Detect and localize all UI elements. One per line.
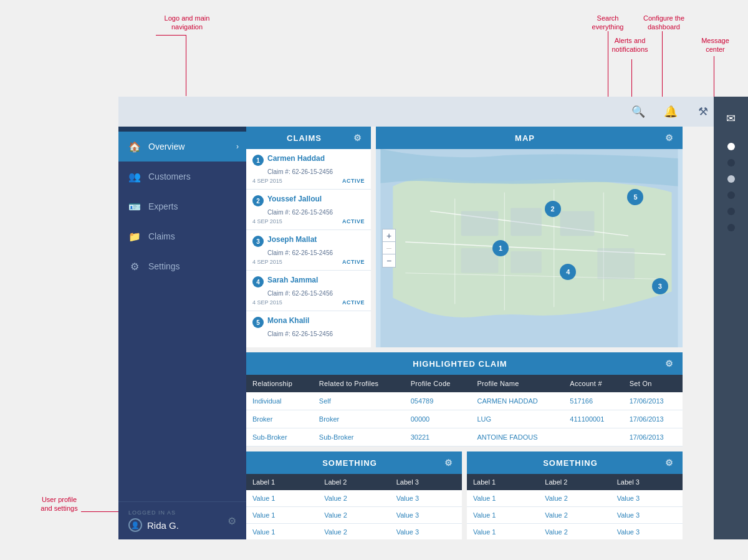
annotation-messages: Message center xyxy=(692,36,739,54)
dot-indicator-5 xyxy=(727,208,735,215)
sidebar-item-label: Experts xyxy=(148,201,178,211)
sr-val-1: Value 1 xyxy=(467,524,539,540)
list-item[interactable]: Value 1 Value 2 Value 3 xyxy=(246,490,462,507)
sidebar-item-experts[interactable]: 🪪 Experts xyxy=(118,191,246,221)
user-section: LOGGED IN AS 👤 Rida G. xyxy=(128,509,179,532)
something-left-gear-icon[interactable]: ⚙ xyxy=(444,458,453,468)
svg-rect-8 xyxy=(461,211,499,236)
claim-id-5: Claim #: 62-26-15-2456 xyxy=(267,331,365,337)
claims-icon: 📁 xyxy=(128,230,141,243)
cell-relationship: Sub-Broker xyxy=(246,428,313,447)
cell-seton: 17/06/2013 xyxy=(623,410,683,428)
map-widget-header: MAP ⚙ xyxy=(376,127,683,149)
map-area: 1 2 3 4 5 + — − xyxy=(376,149,683,347)
annotation-user-profile: User profile and settings xyxy=(31,495,87,513)
home-icon: 🏠 xyxy=(128,140,141,153)
claim-date-2: 4 SEP 2015 xyxy=(252,218,282,224)
list-item[interactable]: Value 1 Value 2 Value 3 xyxy=(467,507,683,524)
claim-name-4: Sarah Jammal xyxy=(267,276,318,284)
something-left-header: SOMETHING ⚙ xyxy=(246,451,462,474)
map-widget: MAP ⚙ xyxy=(376,127,683,347)
claims-list: 1 Carmen Haddad Claim #: 62-26-15-2456 4… xyxy=(246,149,371,342)
envelope-icon[interactable]: ✉ xyxy=(721,107,741,130)
table-row[interactable]: Individual Self 054789 CARMEN HADDAD 517… xyxy=(246,392,683,410)
claim-name-1: Carmen Haddad xyxy=(267,154,325,163)
list-item[interactable]: Value 1 Value 2 Value 3 xyxy=(246,507,462,524)
sl-val-2: Value 2 xyxy=(318,507,390,524)
annotation-alerts: Alerts and notifications xyxy=(600,36,659,54)
sr-val-2: Value 2 xyxy=(539,524,610,540)
svg-rect-12 xyxy=(511,251,542,273)
map-marker-2[interactable]: 2 xyxy=(545,201,561,217)
nav-arrow: › xyxy=(236,142,239,151)
claim-status-4: ACTIVE xyxy=(342,299,365,306)
avatar: 👤 xyxy=(128,518,142,532)
sidebar-item-claims[interactable]: 📁 Claims xyxy=(118,221,246,251)
table-row[interactable]: Broker Broker 00000 LUG 411100001 17/06/… xyxy=(246,410,683,428)
claim-item-5[interactable]: 5 Mona Khalil Claim #: 62-26-15-2456 xyxy=(246,311,371,342)
sr-col-2: Label 2 xyxy=(539,474,610,490)
sl-val-2: Value 2 xyxy=(318,490,390,507)
claim-item-1[interactable]: 1 Carmen Haddad Claim #: 62-26-15-2456 4… xyxy=(246,149,371,190)
sr-val-1: Value 1 xyxy=(467,507,539,524)
claim-item-3[interactable]: 3 Joseph Mallat Claim #: 62-26-15-2456 4… xyxy=(246,230,371,271)
claim-id-3: Claim #: 62-26-15-2456 xyxy=(267,249,365,256)
map-marker-5[interactable]: 5 xyxy=(627,189,643,205)
something-left-header-row: Label 1 Label 2 Label 3 xyxy=(246,474,462,490)
tools-icon[interactable]: ⚒ xyxy=(693,102,713,122)
cell-related: Self xyxy=(313,392,405,410)
claim-item-2[interactable]: 2 Youssef Jalloul Claim #: 62-26-15-2456… xyxy=(246,190,371,230)
annotation-logo-nav: Logo and main navigation xyxy=(153,14,221,32)
sl-val-1: Value 1 xyxy=(246,507,318,524)
something-right-table: Label 1 Label 2 Label 3 Value 1 Value 2 … xyxy=(467,474,683,539)
list-item[interactable]: Value 1 Value 2 Value 3 xyxy=(467,490,683,507)
col-related: Related to Profiles xyxy=(313,375,405,392)
sl-val-3: Value 3 xyxy=(390,490,462,507)
claim-number-2: 2 xyxy=(252,195,264,206)
cell-seton: 17/06/2013 xyxy=(623,392,683,410)
highlighted-claim-gear-icon[interactable]: ⚙ xyxy=(665,359,674,369)
claims-gear-icon[interactable]: ⚙ xyxy=(353,133,362,143)
claim-date-3: 4 SEP 2015 xyxy=(252,259,282,265)
top-row: CLAIMS ⚙ 1 Carmen Haddad Claim #: 62-26-… xyxy=(246,127,683,347)
sidebar-item-settings[interactable]: ⚙ Settings xyxy=(118,251,246,281)
sidebar-item-label: Claims xyxy=(148,231,175,241)
cell-code: 054789 xyxy=(405,392,471,410)
sidebar-item-customers[interactable]: 👥 Customers xyxy=(118,162,246,191)
sr-val-2: Value 2 xyxy=(539,507,610,524)
bell-icon[interactable]: 🔔 xyxy=(661,102,681,122)
claim-item-4[interactable]: 4 Sarah Jammal Claim #: 62-26-15-2456 4 … xyxy=(246,271,371,311)
sl-val-3: Value 3 xyxy=(390,524,462,540)
map-gear-icon[interactable]: ⚙ xyxy=(665,133,674,143)
sl-col-1: Label 1 xyxy=(246,474,318,490)
zoom-out-button[interactable]: − xyxy=(383,254,395,267)
sl-val-2: Value 2 xyxy=(318,524,390,540)
highlighted-claim-widget: HIGHLIGHTED CLAIM ⚙ Relationship Related… xyxy=(246,352,683,447)
map-marker-3[interactable]: 3 xyxy=(652,278,668,294)
message-panel: ✉ xyxy=(714,97,748,539)
col-seton: Set On xyxy=(623,375,683,392)
dot-indicator-4 xyxy=(727,191,735,199)
footer-settings-icon[interactable]: ⚙ xyxy=(228,515,236,527)
claim-status-2: ACTIVE xyxy=(342,218,365,224)
zoom-divider: — xyxy=(383,242,395,254)
list-item[interactable]: Value 1 Value 2 Value 3 xyxy=(467,524,683,540)
table-row[interactable]: Sub-Broker Sub-Broker 30221 ANTOINE FADO… xyxy=(246,428,683,447)
cell-relationship: Broker xyxy=(246,410,313,428)
svg-rect-9 xyxy=(511,208,542,236)
cell-seton: 17/06/2013 xyxy=(623,428,683,447)
something-right-gear-icon[interactable]: ⚙ xyxy=(665,458,674,468)
zoom-in-button[interactable]: + xyxy=(383,229,395,242)
annotation-search: Search everything xyxy=(583,14,633,32)
something-right-title: SOMETHING xyxy=(476,458,665,468)
something-left-title: SOMETHING xyxy=(255,458,444,468)
sidebar-item-overview[interactable]: 🏠 Overview › xyxy=(118,132,246,162)
highlighted-claim-title: HIGHLIGHTED CLAIM xyxy=(255,359,665,369)
dot-indicator-1 xyxy=(727,143,735,150)
cell-relationship: Individual xyxy=(246,392,313,410)
sidebar-nav: 🏠 Overview › 👥 Customers 🪪 Experts 📁 Cla… xyxy=(118,132,246,501)
list-item[interactable]: Value 1 Value 2 Value 3 xyxy=(246,524,462,540)
settings-icon: ⚙ xyxy=(128,260,141,273)
claims-widget: CLAIMS ⚙ 1 Carmen Haddad Claim #: 62-26-… xyxy=(246,127,371,347)
search-icon[interactable]: 🔍 xyxy=(628,102,648,122)
